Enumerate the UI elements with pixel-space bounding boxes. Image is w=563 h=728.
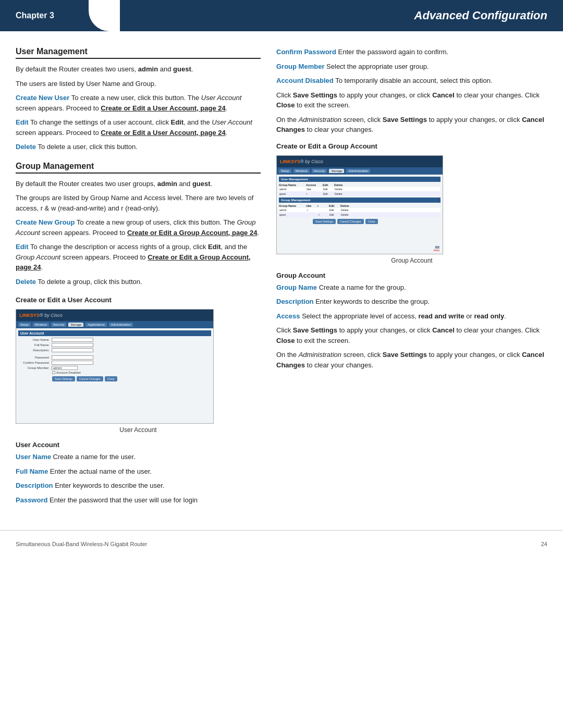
page-header: Chapter 3 Advanced Configuration xyxy=(0,0,563,31)
form-select-group-member[interactable]: admin ▾ xyxy=(52,366,78,370)
footer-product-name: Simultaneous Dual-Band Wireless-N Gigabi… xyxy=(16,541,148,547)
group-mgmt-area: Group Management Group Name r&w r Edit D… xyxy=(279,198,440,217)
group-linksys-logo: LINKSYS® by Cisco xyxy=(280,159,323,164)
full-name-description: Full Name Enter the actual name of the u… xyxy=(16,466,261,477)
form-row-password: Password: xyxy=(18,355,211,360)
confirm-password-para: Confirm Password Enter the password agai… xyxy=(276,47,547,57)
group-name-field-text: Create a name for the group. xyxy=(319,283,406,291)
account-disabled-label: Account Disabled xyxy=(56,371,81,374)
user-account-section: Create or Edit a User Account LINKSYS® b… xyxy=(16,296,261,505)
form-label-password: Password: xyxy=(18,356,50,359)
group-mgmt-table-header: Group Name r&w r Edit Delete xyxy=(279,204,440,207)
description-field-description: Description Enter keywords to describe t… xyxy=(16,480,261,491)
save-settings-button[interactable]: Save Settings xyxy=(52,376,75,381)
footer-page-number: 24 xyxy=(541,541,547,547)
user-account-sub-heading: User Account xyxy=(16,441,261,449)
group-admin-screen-para: On the Administration screen, click Save… xyxy=(276,350,547,370)
group-access-field-label: Access xyxy=(276,312,300,320)
user-management-title: User Management xyxy=(16,47,261,59)
group-cancel-btn[interactable]: Cancel Changes xyxy=(337,219,364,224)
form-input-confirm-pw[interactable] xyxy=(52,361,93,365)
group-management-title: Group Management xyxy=(16,162,261,174)
group-linksys-ui-header: LINKSYS® by Cisco xyxy=(277,156,443,167)
create-new-group-label: Create New Group xyxy=(16,218,75,226)
group-member-label: Group Member xyxy=(276,63,324,70)
user-account-screenshot: LINKSYS® by Cisco Setup Wireless Securit… xyxy=(16,309,214,424)
nav-tab-storage: Storage xyxy=(68,323,83,327)
form-input-username[interactable] xyxy=(52,338,93,342)
nav-tab-security: Security xyxy=(51,323,67,327)
group-user-section-header: User Management xyxy=(279,177,440,182)
form-row-account-disabled: Account Disabled xyxy=(52,371,211,374)
create-edit-group-heading: Create or Edit a Group Account xyxy=(276,142,547,150)
group-mgmt-row1: admin ✓ Edit Delete xyxy=(279,208,440,212)
group-user-mgmt-area: User Management Group Name Access Edit D… xyxy=(279,177,440,196)
save-settings-para1: Click Save Settings to apply your change… xyxy=(276,90,547,110)
edit-group-label: Edit xyxy=(16,243,29,251)
user-name-field-text: Create a name for the user. xyxy=(53,453,136,461)
nav-tab-wireless: Wireless xyxy=(33,323,49,327)
form-label-group-member: Group Member: xyxy=(18,366,50,369)
group-nav-tab-storage: Storage xyxy=(329,169,344,173)
linksys-ui-header: LINKSYS® by Cisco xyxy=(16,310,213,321)
delete-user-label: Delete xyxy=(16,143,36,151)
form-row-fullname: Full Name: xyxy=(18,343,211,347)
form-input-fullname[interactable] xyxy=(52,343,93,347)
user-name-field-label: User Name xyxy=(16,453,51,461)
group-name-field-label: Group Name xyxy=(276,283,317,291)
admin-screen-para1: On the Administration screen, click Save… xyxy=(276,115,547,135)
group-nav-tab-wireless: Wireless xyxy=(293,169,310,173)
group-description-field-text: Enter keywords to describe the group. xyxy=(315,298,430,305)
account-disabled-text: To temporarily disable an account, selec… xyxy=(335,77,492,84)
password-field-description: Password Enter the password that the use… xyxy=(16,495,261,505)
header-curve-decoration xyxy=(89,0,120,31)
delete-group-text: To delete a group, click this button. xyxy=(38,278,142,286)
full-name-field-label: Full Name xyxy=(16,467,48,475)
delete-group-label: Delete xyxy=(16,278,36,286)
form-row-description: Description: xyxy=(18,348,211,352)
group-access-field-text: Select the appropriate level of access, … xyxy=(302,312,506,320)
group-access-para: Access Select the appropriate level of a… xyxy=(276,311,547,322)
confirm-password-label: Confirm Password xyxy=(276,48,336,56)
form-input-password[interactable] xyxy=(52,355,93,360)
close-button[interactable]: Close xyxy=(105,376,117,381)
group-management-para2: The groups are listed by Group Name and … xyxy=(16,193,261,213)
form-row-confirm-pw: Confirm Password: xyxy=(18,361,211,365)
group-close-btn[interactable]: Close xyxy=(365,219,378,224)
create-new-user-para: Create New User To create a new user, cl… xyxy=(16,93,261,113)
user-account-caption: User Account xyxy=(16,426,261,434)
chapter-label: Chapter 3 xyxy=(16,11,54,20)
user-management-section: User Management By default the Router cr… xyxy=(16,47,261,152)
description-field-label: Description xyxy=(16,482,53,489)
group-description-para: Description Enter keywords to describe t… xyxy=(276,297,547,307)
form-buttons: Save Settings Cancel Changes Close xyxy=(52,376,211,381)
nav-tab-setup: Setup xyxy=(18,323,31,327)
group-user-row1: admin r&w Edit Delete xyxy=(279,187,440,191)
delete-user-para: Delete To delete a user, click this butt… xyxy=(16,142,261,152)
group-account-caption: Group Account xyxy=(276,257,547,264)
edit-user-label: Edit xyxy=(16,118,29,126)
user-management-para1: By default the Router creates two users,… xyxy=(16,64,261,75)
group-save-settings-para: Click Save Settings to apply your change… xyxy=(276,325,547,346)
group-nav-tab-security: Security xyxy=(312,169,327,173)
group-save-btn[interactable]: Save Settings xyxy=(313,219,336,224)
group-management-para1: By default the Router creates two user g… xyxy=(16,179,261,189)
group-member-text: Select the appropriate user group. xyxy=(326,63,429,70)
group-user-row2: guest r Edit Delete xyxy=(279,192,440,196)
group-form-buttons: Save Settings Cancel Changes Close xyxy=(313,219,440,224)
edit-user-link: Create or Edit a User Account, page 24 xyxy=(101,129,225,137)
create-group-link: Create or Edit a Group Account, page 24 xyxy=(127,229,257,237)
user-management-para2: The users are listed by User Name and Gr… xyxy=(16,79,261,89)
user-account-form-header: User Account xyxy=(18,330,211,336)
password-field-text: Enter the password that the user will us… xyxy=(50,496,198,504)
account-disabled-checkbox[interactable] xyxy=(52,371,55,374)
page-title: Advanced Configuration xyxy=(414,9,547,22)
group-member-para: Group Member Select the appropriate user… xyxy=(276,61,547,72)
password-field-label: Password xyxy=(16,496,47,504)
nav-tab-apps: Applications xyxy=(85,323,106,327)
group-user-table-header: Group Name Access Edit Delete xyxy=(279,183,440,187)
group-mgmt-row2: guest ✓ Edit Delete xyxy=(279,213,440,217)
cancel-changes-button[interactable]: Cancel Changes xyxy=(77,376,103,381)
form-input-description[interactable] xyxy=(52,348,93,352)
right-column: Confirm Password Enter the password agai… xyxy=(276,47,547,514)
